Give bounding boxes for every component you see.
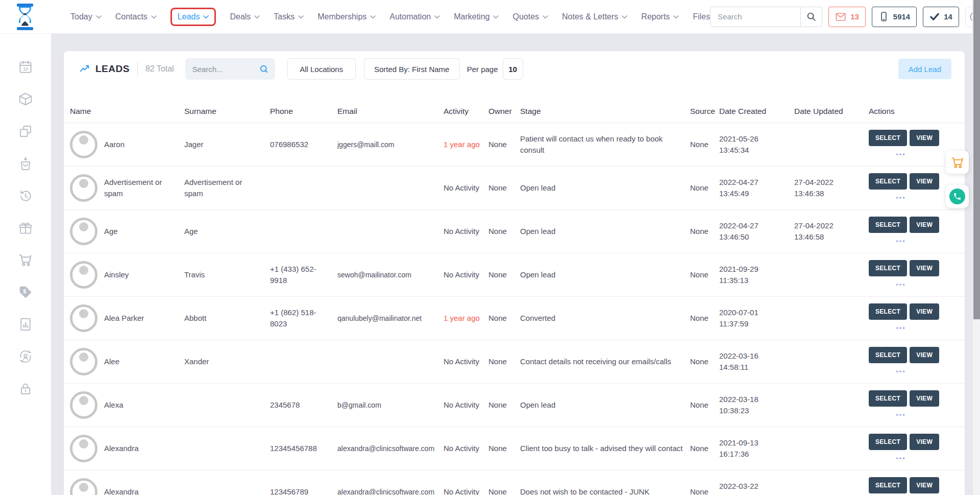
lead-phone: 076986532 <box>270 123 337 166</box>
add-lead-button[interactable]: Add Lead <box>898 59 951 79</box>
select-button[interactable]: SELECT <box>869 477 907 493</box>
tasks-button[interactable]: 14 <box>923 7 959 27</box>
sidebar-item-lock[interactable] <box>17 380 34 397</box>
lead-activity: No Activity <box>444 470 488 495</box>
global-search-button[interactable] <box>800 7 822 27</box>
search-icon[interactable] <box>259 64 269 74</box>
more-actions-button[interactable]: ••• <box>869 323 933 333</box>
sidebar-item-calendar[interactable] <box>17 58 34 76</box>
select-button[interactable]: SELECT <box>869 347 907 363</box>
view-button[interactable]: VIEW <box>910 217 939 233</box>
view-button[interactable]: VIEW <box>910 434 939 450</box>
sidebar-item-price-tag[interactable] <box>17 284 34 301</box>
sidebar-item-cart[interactable] <box>17 251 34 269</box>
leads-search <box>185 58 275 80</box>
more-actions-button[interactable]: ••• <box>869 410 933 420</box>
lead-source: None <box>690 384 719 427</box>
view-button[interactable]: VIEW <box>910 477 939 493</box>
sidebar-item-duplicate[interactable] <box>17 123 34 140</box>
global-search-input[interactable] <box>710 7 800 27</box>
view-button[interactable]: VIEW <box>910 260 939 276</box>
sidebar-item-customer[interactable] <box>17 348 34 365</box>
avatar-placeholder <box>70 218 97 245</box>
lead-surname <box>184 384 270 427</box>
nav-item-notes-letters[interactable]: Notes & Letters <box>562 12 627 21</box>
select-button[interactable]: SELECT <box>869 173 907 190</box>
analytics-icon <box>79 63 90 75</box>
view-button[interactable]: VIEW <box>910 130 939 146</box>
lead-email: alexandra@clinicsoftware.com <box>337 470 444 495</box>
more-actions-button[interactable]: ••• <box>869 150 933 159</box>
select-button[interactable]: SELECT <box>869 130 907 146</box>
sidebar-item-gift[interactable] <box>17 219 34 237</box>
lead-date-created: 2021-09-13 16:17:36 <box>719 427 794 470</box>
lead-email: b@gmail.com <box>337 384 444 427</box>
nav-item-deals[interactable]: Deals <box>230 12 260 21</box>
lead-phone: +1 (433) 652-9918 <box>270 253 337 296</box>
per-page-select[interactable]: 10 <box>503 58 523 80</box>
mail-notifications-button[interactable]: 13 <box>828 7 866 27</box>
more-actions-button[interactable]: ••• <box>869 367 933 376</box>
view-button[interactable]: VIEW <box>910 390 939 407</box>
quick-cart-button[interactable] <box>946 151 969 174</box>
sort-filter-select[interactable]: Sorted By: First Name <box>364 58 460 80</box>
scrollbar-thumb[interactable] <box>973 0 980 319</box>
location-filter-select[interactable]: All Locations <box>287 58 356 80</box>
phone-circle <box>949 188 965 204</box>
more-actions-button[interactable]: ••• <box>869 193 933 203</box>
view-button[interactable]: VIEW <box>910 173 939 190</box>
nav-item-tasks[interactable]: Tasks <box>274 12 304 21</box>
nav-item-memberships[interactable]: Memberships <box>317 12 376 21</box>
table-row: Alexandra 123456789 alexandra@clinicsoft… <box>64 470 965 495</box>
nav-item-today[interactable]: Today <box>70 12 102 21</box>
sidebar-item-history[interactable] <box>17 187 34 204</box>
select-button[interactable]: SELECT <box>869 434 907 450</box>
nav-item-leads[interactable]: Leads <box>170 8 216 26</box>
calls-button[interactable]: 5914 <box>872 7 917 27</box>
more-actions-button[interactable]: ••• <box>869 280 933 290</box>
lead-email: qanulubely@mailinator.net <box>337 297 444 340</box>
lead-owner: None <box>488 210 520 253</box>
leads-search-input[interactable] <box>192 65 259 74</box>
nav-item-contacts[interactable]: Contacts <box>115 12 157 21</box>
lead-phone: +1 (862) 518-8023 <box>270 297 337 340</box>
select-button[interactable]: SELECT <box>869 390 907 407</box>
select-button[interactable]: SELECT <box>869 217 907 233</box>
sidebar-item-report[interactable] <box>17 316 34 333</box>
lead-name: Alea Parker <box>104 313 144 324</box>
select-button[interactable]: SELECT <box>869 260 907 276</box>
more-actions-button[interactable]: ••• <box>869 454 933 463</box>
sidebar-item-bag[interactable] <box>17 155 34 172</box>
nav-item-quotes[interactable]: Quotes <box>512 12 548 21</box>
lead-owner: None <box>488 297 520 340</box>
nav-item-reports[interactable]: Reports <box>641 12 679 21</box>
table-row: Alexa 2345678 b@gmail.com No Activity No… <box>64 384 965 427</box>
search-icon <box>806 11 817 22</box>
package-icon <box>18 91 33 107</box>
total-count: 82 Total <box>145 64 174 74</box>
chevron-down-icon <box>543 15 548 19</box>
check-icon <box>929 12 940 22</box>
quick-call-button[interactable] <box>946 185 969 208</box>
lead-source: None <box>690 470 719 495</box>
view-button[interactable]: VIEW <box>910 347 939 363</box>
lead-date-updated <box>794 427 869 470</box>
nav-item-automation[interactable]: Automation <box>389 12 440 21</box>
nav-item-marketing[interactable]: Marketing <box>454 12 499 21</box>
sidebar-item-package[interactable] <box>17 90 34 108</box>
table-row: Alee Xander No Activity None Contact det… <box>64 340 965 384</box>
avatar-placeholder <box>70 131 97 158</box>
more-actions-button[interactable]: ••• <box>869 237 933 246</box>
lead-stage: Open lead <box>520 384 690 427</box>
view-button[interactable]: VIEW <box>910 303 939 320</box>
lead-activity: No Activity <box>444 253 488 296</box>
duplicate-icon <box>18 124 33 139</box>
table-row: Aaron Jager 076986532 jggers@maill.com 1… <box>64 123 965 167</box>
app-logo-icon[interactable] <box>13 3 37 31</box>
select-button[interactable]: SELECT <box>869 303 907 320</box>
cart-icon <box>950 155 965 170</box>
lead-surname: Advertisement or spam <box>184 167 270 209</box>
nav-item-files[interactable]: Files <box>693 12 710 21</box>
lead-date-created: 2022-04-27 13:46:50 <box>719 210 794 253</box>
lead-date-created: 2022-03-16 14:58:11 <box>719 340 794 383</box>
